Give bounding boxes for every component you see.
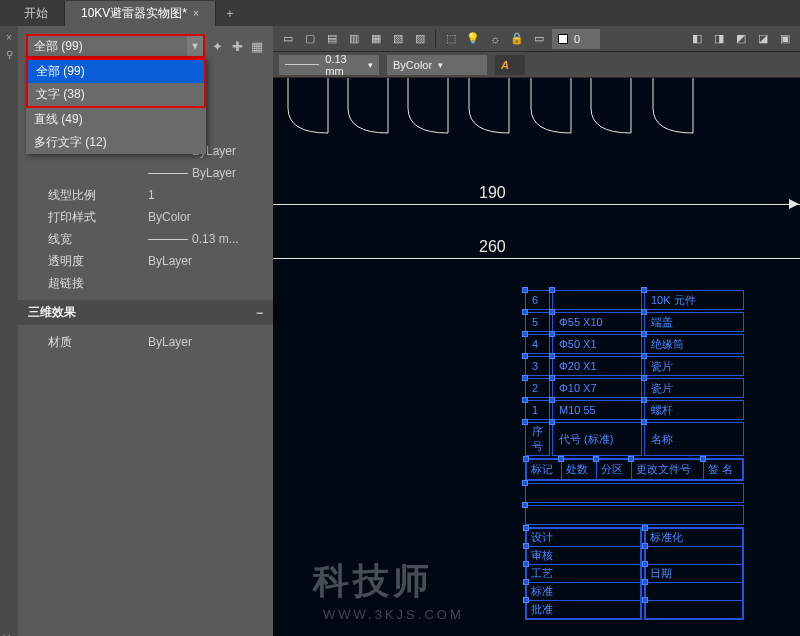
close-panel-icon[interactable]: × — [6, 32, 12, 43]
drawing-canvas[interactable]: 190 260 610K 元件 5Φ55 X10端盖 4Φ50 X1绝缘筒 3Φ… — [273, 78, 800, 636]
tb-icon-8[interactable]: ⬚ — [442, 30, 460, 48]
bulb-icon[interactable]: 💡 — [464, 30, 482, 48]
tb-icon-2[interactable]: ▢ — [301, 30, 319, 48]
prop-material-value[interactable]: ByLayer — [148, 335, 263, 349]
dim-text-260: 260 — [473, 238, 512, 256]
selection-filter-value: 全部 (99) — [34, 38, 83, 55]
prop-material-label: 材质 — [48, 334, 148, 351]
dropdown-item-text[interactable]: 文字 (38) — [28, 83, 204, 106]
tb-icon-r1[interactable]: ◧ — [688, 30, 706, 48]
select-objects-icon[interactable]: ▦ — [249, 38, 265, 54]
prop-transparency-value[interactable]: ByLayer — [148, 254, 263, 268]
chevron-down-icon[interactable]: ▼ — [187, 36, 203, 56]
prop-lineweight-value[interactable]: 0.13 m... — [148, 232, 263, 246]
swatch-icon — [558, 34, 568, 44]
tab-file[interactable]: 10KV避雷器实物图* × — [65, 1, 216, 26]
prop-linescale-label: 线型比例 — [48, 187, 148, 204]
pin-icon[interactable]: ⚲ — [6, 49, 13, 60]
selection-filter-dropdown: 全部 (99) 文字 (38) 直线 (49) 多行文字 (12) — [26, 58, 206, 154]
tb-icon-3[interactable]: ▤ — [323, 30, 341, 48]
prop-linescale-value[interactable]: 1 — [148, 188, 263, 202]
prop-lineweight-label: 线宽 — [48, 231, 148, 248]
tab-add-button[interactable]: ＋ — [216, 1, 244, 26]
sun-icon[interactable]: ☼ — [486, 30, 504, 48]
textstyle-button[interactable]: A — [495, 55, 525, 75]
tb-icon-1[interactable]: ▭ — [279, 30, 297, 48]
prop-linetype-value2[interactable]: ByLayer — [148, 166, 263, 180]
section-3d-header[interactable]: 三维效果 − — [18, 300, 273, 325]
line-sample-icon — [148, 239, 188, 240]
watermark-sub: WWW.3KJS.COM — [323, 607, 464, 622]
line-sample-icon — [148, 173, 188, 174]
line-sample-icon — [285, 64, 319, 65]
dropdown-item-line[interactable]: 直线 (49) — [26, 108, 206, 131]
close-icon[interactable]: × — [193, 8, 199, 19]
watermark-main: 科技师 — [313, 557, 433, 606]
tb-icon-r4[interactable]: ◪ — [754, 30, 772, 48]
chevron-down-icon: ▾ — [368, 60, 373, 70]
tb-icon-9[interactable]: ▭ — [530, 30, 548, 48]
tb-icon-r2[interactable]: ◨ — [710, 30, 728, 48]
dim-line-260 — [273, 258, 800, 259]
prop-plotstyle-value[interactable]: ByColor — [148, 210, 263, 224]
prop-hyperlink-label: 超链接 — [48, 275, 148, 292]
tb-icon-5[interactable]: ▦ — [367, 30, 385, 48]
quick-select-icon[interactable]: ✦ — [209, 38, 225, 54]
arrow-icon — [789, 199, 799, 209]
tb-icon-r3[interactable]: ◩ — [732, 30, 750, 48]
tb-icon-6[interactable]: ▧ — [389, 30, 407, 48]
color-combo[interactable]: ByColor ▾ — [387, 55, 487, 75]
selection-filter-combo[interactable]: 全部 (99) — [28, 36, 187, 56]
title-block-table[interactable]: 610K 元件 5Φ55 X10端盖 4Φ50 X1绝缘筒 3Φ20 X1瓷片 … — [523, 288, 746, 622]
chevron-down-icon: ▾ — [438, 60, 443, 70]
collapse-icon[interactable]: − — [256, 306, 263, 320]
prop-plotstyle-label: 打印样式 — [48, 209, 148, 226]
tb-icon-lock[interactable]: 🔒 — [508, 30, 526, 48]
tb-icon-7[interactable]: ▨ — [411, 30, 429, 48]
dropdown-item-all[interactable]: 全部 (99) — [28, 60, 204, 83]
toolbar-top: ▭ ▢ ▤ ▥ ▦ ▧ ▨ ⬚ 💡 ☼ 🔒 ▭ 0 ◧ ◨ ◩ ◪ ▣ — [273, 26, 800, 52]
layer-color-combo[interactable]: 0 — [552, 29, 600, 49]
tb-icon-r5[interactable]: ▣ — [776, 30, 794, 48]
prop-transparency-label: 透明度 — [48, 253, 148, 270]
pickadd-icon[interactable]: ✚ — [229, 38, 245, 54]
tab-file-label: 10KV避雷器实物图* — [81, 5, 187, 22]
dim-text-190: 190 — [473, 184, 512, 202]
dropdown-item-mtext[interactable]: 多行文字 (12) — [26, 131, 206, 154]
arrester-curves — [273, 78, 800, 158]
section-3d-title: 三维效果 — [28, 304, 76, 321]
toolbar-row2: 0.13 mm ▾ ByColor ▾ A — [273, 52, 800, 78]
lineweight-combo[interactable]: 0.13 mm ▾ — [279, 55, 379, 75]
tab-start[interactable]: 开始 — [8, 1, 65, 26]
dim-line-190 — [273, 204, 800, 205]
tb-icon-4[interactable]: ▥ — [345, 30, 363, 48]
